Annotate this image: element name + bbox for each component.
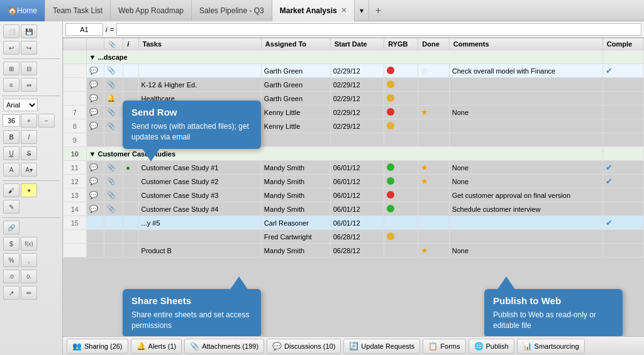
assigned-cell: Garth Green xyxy=(261,78,330,92)
attachments-btn[interactable]: 📎 Attachments (199) xyxy=(184,339,264,354)
comments-cell: None xyxy=(449,106,602,119)
col-btn[interactable]: ⊟ xyxy=(21,62,37,75)
strike-btn[interactable]: S xyxy=(21,146,37,160)
complete-cell xyxy=(602,78,643,92)
comments-cell xyxy=(449,78,602,92)
alerts-icon: 🔔 xyxy=(136,342,146,351)
row-num: 8 xyxy=(64,119,87,133)
icon-cell xyxy=(123,216,138,230)
done-cell: ★ xyxy=(418,244,449,258)
tab-team-task[interactable]: Team Task List xyxy=(45,0,111,21)
svg-marker-0 xyxy=(142,148,160,161)
bold-btn[interactable]: B xyxy=(3,130,19,144)
undo-btn[interactable]: ↩ xyxy=(3,41,19,55)
update-requests-btn[interactable]: 🔄 Update Requests xyxy=(343,339,420,354)
smartsourcing-btn[interactable]: 📊 Smartsourcing xyxy=(517,339,585,354)
discussions-btn[interactable]: 💬 Discussions (10) xyxy=(267,339,341,354)
select-btn[interactable]: ⬜ xyxy=(3,25,19,38)
pencil-btn[interactable]: ✎ xyxy=(3,200,19,214)
cell-ref-input[interactable] xyxy=(65,23,103,36)
start-cell: 06/28/12 xyxy=(330,230,384,244)
complete-cell xyxy=(602,202,643,216)
font-select[interactable]: Arial xyxy=(3,99,38,111)
comments-cell: Schedule customer interview xyxy=(449,202,602,216)
fill-color-btn[interactable]: A▾ xyxy=(21,163,37,177)
font-size-dec[interactable]: − xyxy=(38,114,55,128)
sharing-btn[interactable]: 👥 Sharing (26) xyxy=(67,339,128,354)
tab-market-close[interactable]: ✕ xyxy=(341,6,347,14)
tab-team-task-label: Team Task List xyxy=(53,6,103,15)
icon-cell: ● xyxy=(123,161,138,175)
assigned-cell: Kenny Little xyxy=(261,106,330,119)
tooltip-share-sheets-body: Share entire sheets and set access permi… xyxy=(131,310,252,331)
dec-inc-btn[interactable]: .0 xyxy=(3,270,19,283)
edit-btn[interactable]: ✏ xyxy=(21,286,37,300)
redo-btn[interactable]: ↪ xyxy=(21,41,37,55)
font-size-input[interactable] xyxy=(3,114,20,127)
table-row: 💬 📎 K-12 & Higher Ed. Garth Green 02/29/… xyxy=(64,78,644,92)
tab-market[interactable]: Market Analysis ✕ xyxy=(272,0,355,21)
dec-dec-btn[interactable]: 0. xyxy=(21,270,37,283)
save-btn[interactable]: 💾 xyxy=(21,25,37,38)
formula-input[interactable] xyxy=(116,23,641,36)
paint-btn[interactable]: 🖌 xyxy=(3,183,19,197)
update-requests-icon: 🔄 xyxy=(349,342,358,351)
tooltip-send-row-body: Send rows (with attached files); get upd… xyxy=(131,121,252,143)
comments-cell: None xyxy=(449,175,602,188)
icon-cell: 📎 xyxy=(104,106,123,119)
tab-sales-label: Sales Pipeline - Q3 xyxy=(199,6,264,15)
tab-home[interactable]: 🏠 Home xyxy=(0,0,45,21)
done-cell: ☆ xyxy=(418,202,449,216)
icon-cell xyxy=(104,230,123,244)
tab-web-app-label: Web App Roadmap xyxy=(118,6,184,15)
grid-wrapper: 📎 i Tasks Assigned To Start Date RYGB Do… xyxy=(63,38,644,336)
empty xyxy=(104,133,123,147)
text-color-btn[interactable]: A xyxy=(3,163,19,177)
tab-sales[interactable]: Sales Pipeline - Q3 xyxy=(192,0,272,21)
row-btn[interactable]: ≡ xyxy=(3,78,19,92)
tooltip-send-row-title: Send Row xyxy=(131,107,252,117)
assigned-cell: Mandy Smith xyxy=(261,202,330,216)
table-row: 💬 📎 Garth Green 02/29/12 ☆ Check overall… xyxy=(64,64,644,78)
tab-web-app[interactable]: Web App Roadmap xyxy=(111,0,192,21)
empty xyxy=(602,133,643,147)
comments-cell xyxy=(449,216,602,230)
highlight-btn[interactable]: ✦ xyxy=(21,183,37,197)
icon-cell xyxy=(123,175,138,188)
icon-cell: 📎 xyxy=(104,202,123,216)
start-cell: 06/01/12 xyxy=(330,188,384,202)
link-btn[interactable]: 🔗 xyxy=(3,221,19,234)
tab-more-button[interactable]: ▾ xyxy=(355,0,369,21)
publish-btn[interactable]: 🌐 Publish xyxy=(469,339,514,354)
formula-bar: i = xyxy=(63,21,644,38)
col-header-assigned: Assigned To xyxy=(261,38,330,50)
publish-icon: 🌐 xyxy=(474,342,484,351)
forms-icon: 📋 xyxy=(428,342,438,351)
grid-btn[interactable]: ⊞ xyxy=(3,62,19,75)
fx-btn[interactable]: f(x) xyxy=(21,237,37,251)
tab-bar: 🏠 Home Team Task List Web App Roadmap Sa… xyxy=(0,0,644,21)
task-cell: K-12 & Higher Ed. xyxy=(138,78,261,92)
alerts-btn[interactable]: 🔔 Alerts (1) xyxy=(131,339,182,354)
row-num: 11 xyxy=(64,161,87,175)
main-container: ⬜ 💾 ↩ ↪ ⊞ ⊟ ≡ ⇔ Arial + − B I xyxy=(0,21,644,355)
italic-btn[interactable]: I xyxy=(21,130,37,144)
forms-btn[interactable]: 📋 Forms xyxy=(423,339,465,354)
comma-btn[interactable]: , xyxy=(21,253,37,267)
percent-btn[interactable]: % xyxy=(3,253,19,267)
col-header-i: i xyxy=(123,38,138,50)
equals-icon: = xyxy=(109,25,114,34)
font-size-inc[interactable]: + xyxy=(21,114,37,128)
arrow-btn[interactable]: ↗ xyxy=(3,286,19,300)
complete-cell: ✔ xyxy=(602,175,643,188)
icon-cell: 🔔 xyxy=(104,92,123,106)
comments-cell: Check overall model with Finance xyxy=(449,64,602,78)
dollar-btn[interactable]: $ xyxy=(3,237,19,251)
section-complete xyxy=(602,50,643,64)
row-num xyxy=(64,78,87,92)
icon-cell: 💬 xyxy=(86,106,104,119)
rygb-cell xyxy=(384,244,418,258)
underline-btn[interactable]: U xyxy=(3,146,19,160)
wrap-btn[interactable]: ⇔ xyxy=(21,78,37,92)
tab-add-button[interactable]: + xyxy=(369,0,387,21)
